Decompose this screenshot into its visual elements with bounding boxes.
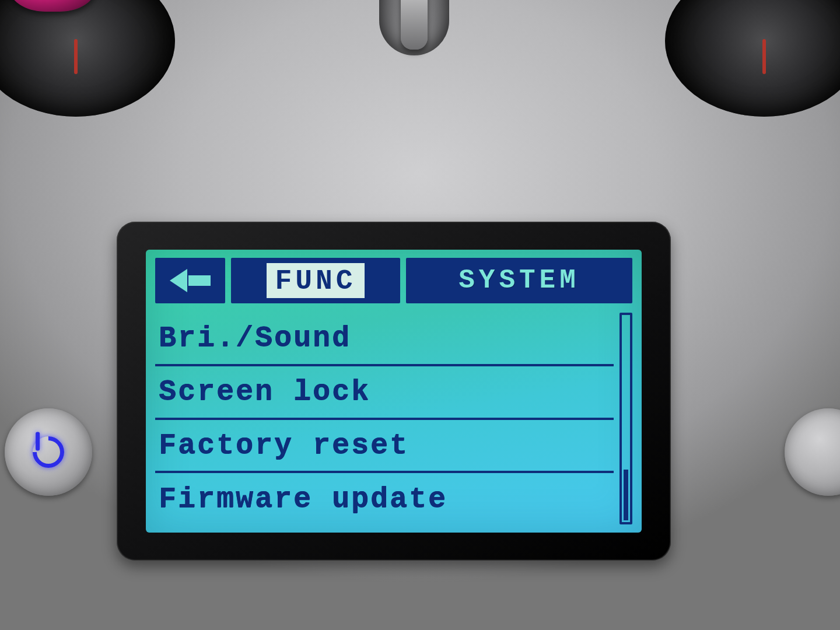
power-button[interactable]: [5, 408, 92, 496]
menu-list: Bri./Sound Screen lock Factory reset Fir…: [155, 313, 614, 524]
menu-item-factory-reset[interactable]: Factory reset: [155, 418, 614, 471]
tab-func[interactable]: FUNC: [231, 258, 400, 303]
stick-cap[interactable]: [9, 0, 96, 12]
menu-item-firmware-update[interactable]: Firmware update: [155, 471, 614, 524]
back-button[interactable]: [155, 258, 225, 303]
left-gimbal[interactable]: [0, 0, 175, 117]
gimbal-tick: [74, 39, 78, 74]
arrow-left-icon: [170, 271, 211, 290]
header-bar: FUNC SYSTEM: [155, 258, 632, 303]
menu-item-label: Factory reset: [159, 429, 409, 462]
tab-system-label: SYSTEM: [459, 265, 580, 296]
tab-system[interactable]: SYSTEM: [406, 258, 632, 303]
menu-item-brightness-sound[interactable]: Bri./Sound: [155, 313, 614, 364]
right-gimbal[interactable]: [665, 0, 840, 117]
lcd-screen: FUNC SYSTEM Bri./Sound Screen lock Facto…: [146, 250, 642, 533]
scrollbar-thumb[interactable]: [624, 470, 628, 520]
menu-item-screen-lock[interactable]: Screen lock: [155, 364, 614, 418]
select-button[interactable]: [785, 408, 840, 496]
menu-item-label: Firmware update: [159, 482, 447, 516]
power-icon: [26, 430, 71, 474]
lcd-bezel: FUNC SYSTEM Bri./Sound Screen lock Facto…: [117, 222, 671, 561]
menu-item-label: Screen lock: [159, 375, 370, 408]
scrollbar[interactable]: [620, 313, 632, 524]
gimbal-tick: [762, 39, 766, 74]
menu-item-label: Bri./Sound: [159, 321, 351, 355]
tab-func-label: FUNC: [267, 263, 364, 298]
center-toggle-switch[interactable]: [379, 0, 449, 55]
